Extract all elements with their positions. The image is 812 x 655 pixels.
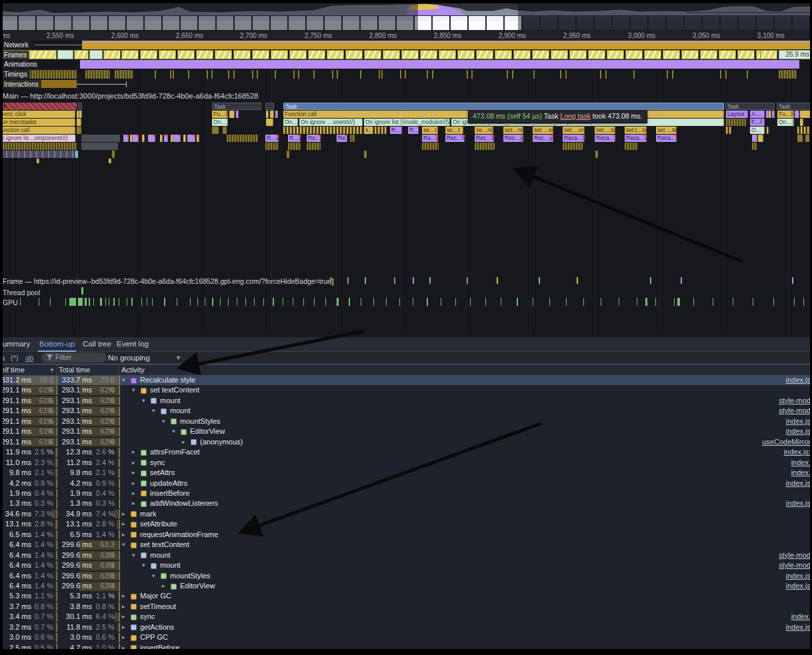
expand-icon[interactable]: ▸ xyxy=(132,488,135,498)
flame-segment[interactable]: Rec…yle xyxy=(503,135,523,142)
table-row[interactable]: 291.1 ms61.6 %293.1 ms62.0 %▾mountstyle-… xyxy=(0,396,812,406)
frame-event-tick[interactable] xyxy=(365,277,366,284)
timing-mark[interactable] xyxy=(720,70,721,79)
tab-bottom-up[interactable]: Bottom-up xyxy=(38,337,76,352)
table-row[interactable]: 291.1 ms61.6 %293.1 ms62.0 %▸(anonymous)… xyxy=(0,437,812,447)
expand-icon[interactable]: ▸ xyxy=(132,478,135,488)
sort-desc-icon[interactable]: ▼ xyxy=(49,365,55,375)
gpu-event-tick[interactable] xyxy=(583,298,584,306)
flame-segment[interactable]: O… xyxy=(750,127,765,134)
expand-icon[interactable]: ▸ xyxy=(122,530,125,540)
timing-mark[interactable] xyxy=(432,70,433,79)
animations-track-label[interactable]: Animations xyxy=(1,60,39,69)
collapse-icon[interactable]: ▾ xyxy=(122,375,125,385)
expand-icon[interactable]: ▸ xyxy=(132,447,135,457)
source-link[interactable]: index.js xyxy=(786,622,811,632)
table-row[interactable]: 6.4 ms1.4 %299.6 ms63.3 %▸EditorViewinde… xyxy=(0,581,812,591)
flame-segment[interactable]: se…nt xyxy=(475,127,493,134)
frame-event-tick[interactable] xyxy=(497,277,498,284)
source-link[interactable]: index. xyxy=(791,612,811,622)
expand-icon[interactable]: ▸ xyxy=(132,498,135,508)
timing-mark[interactable] xyxy=(337,70,338,79)
gpu-event-tick[interactable] xyxy=(753,298,753,306)
frame-block[interactable] xyxy=(700,50,717,59)
timeline-ruler[interactable]: ms2,550 ms2,600 ms2,650 ms2,700 ms2,750 … xyxy=(0,31,812,41)
flame-segment[interactable] xyxy=(78,103,82,110)
gpu-event-tick[interactable] xyxy=(517,298,518,306)
gpu-event-tick[interactable] xyxy=(85,298,87,306)
gpu-event-tick[interactable] xyxy=(325,298,326,306)
gpu-event-tick[interactable] xyxy=(127,298,127,306)
expand-icon[interactable]: ▸ xyxy=(122,509,125,519)
flame-segment[interactable] xyxy=(236,111,239,118)
gpu-event-tick[interactable] xyxy=(455,298,456,306)
frame-block-idle[interactable] xyxy=(89,50,103,59)
filter-input[interactable]: Filter xyxy=(41,352,107,362)
gpu-event-tick[interactable] xyxy=(314,298,315,306)
flame-segment[interactable] xyxy=(767,127,769,134)
frame-block[interactable] xyxy=(140,50,157,59)
regex-icon[interactable]: (*) xyxy=(11,352,19,363)
table-row[interactable]: 331.2 ms70.0 %333.7 ms70.6 %▾Recalculate… xyxy=(0,375,812,385)
table-row[interactable]: 4.2 ms0.9 %4.2 ms0.9 %▸updateAttrsindex.… xyxy=(0,478,812,488)
flame-segment[interactable] xyxy=(288,143,301,150)
timing-mark[interactable] xyxy=(605,70,607,79)
gpu-event-tick[interactable] xyxy=(693,298,694,306)
flame-segment[interactable]: vent: click xyxy=(0,111,75,118)
gpu-event-tick[interactable] xyxy=(773,298,774,306)
flame-segment[interactable] xyxy=(75,151,78,158)
tab-summary[interactable]: Summary xyxy=(0,337,31,350)
frame-event-tick[interactable] xyxy=(413,277,414,284)
frame-block[interactable] xyxy=(495,50,512,59)
flame-segment[interactable] xyxy=(212,127,219,134)
expand-icon[interactable]: ▸ xyxy=(182,437,185,447)
flame-segment[interactable]: Reca…yle xyxy=(595,135,615,142)
gpu-event-tick[interactable] xyxy=(69,298,76,306)
frame-event-tick[interactable] xyxy=(330,277,331,284)
flame-segment[interactable]: sk xyxy=(0,103,77,110)
table-row[interactable]: 1.9 ms0.4 %1.9 ms0.4 %▸insertBefore xyxy=(0,488,812,498)
flame-segment[interactable] xyxy=(173,135,181,142)
flame-segment[interactable] xyxy=(307,143,321,150)
expand-icon[interactable]: ▸ xyxy=(122,591,125,601)
frame-block[interactable] xyxy=(513,50,531,59)
gpu-event-tick[interactable] xyxy=(349,298,350,306)
column-divider[interactable] xyxy=(56,364,57,649)
frame-event-tick[interactable] xyxy=(347,277,349,284)
frame-block[interactable] xyxy=(625,50,643,59)
flame-segment[interactable] xyxy=(726,127,731,134)
flame-segment[interactable] xyxy=(81,143,118,150)
flame-segment[interactable] xyxy=(758,135,763,142)
flame-segment[interactable] xyxy=(797,135,803,142)
frame-block[interactable] xyxy=(760,50,777,59)
gpu-event-tick[interactable] xyxy=(803,298,804,306)
flame-segment[interactable] xyxy=(109,159,111,163)
flame-segment[interactable]: A… xyxy=(750,111,765,118)
flame-segment[interactable]: se…t xyxy=(445,127,463,134)
col-total-time[interactable]: Total time xyxy=(59,365,90,375)
frame-block[interactable] xyxy=(383,50,400,59)
timing-mark[interactable] xyxy=(400,70,401,79)
flame-segment[interactable]: Task xyxy=(777,103,812,110)
timing-mark[interactable] xyxy=(228,70,229,79)
gpu-event-tick[interactable] xyxy=(293,298,293,306)
flame-segment[interactable]: On…) xyxy=(283,119,298,126)
flame-segment[interactable] xyxy=(0,143,77,150)
flame-segment[interactable]: set …tent xyxy=(595,127,615,134)
flame-segment[interactable] xyxy=(223,127,227,134)
expand-icon[interactable]: ▸ xyxy=(132,458,135,468)
gpu-event-tick[interactable] xyxy=(190,298,191,306)
timing-mark[interactable] xyxy=(211,70,213,79)
flame-segment[interactable]: Task xyxy=(212,103,261,110)
timings-track-label[interactable]: Timings xyxy=(1,70,30,79)
frame-block[interactable] xyxy=(233,50,251,59)
gpu-event-tick[interactable] xyxy=(237,298,237,306)
timing-mark[interactable] xyxy=(560,70,561,79)
gpu-event-tick[interactable] xyxy=(254,298,255,306)
flame-segment[interactable] xyxy=(0,151,75,158)
flame-segment[interactable] xyxy=(77,119,81,126)
frame-block[interactable] xyxy=(588,50,605,59)
flame-segment[interactable] xyxy=(805,135,809,142)
table-row[interactable]: 13.1 ms2.8 %13.1 ms2.8 %▸setAttribute xyxy=(0,519,812,529)
frame-block[interactable] xyxy=(308,50,325,59)
